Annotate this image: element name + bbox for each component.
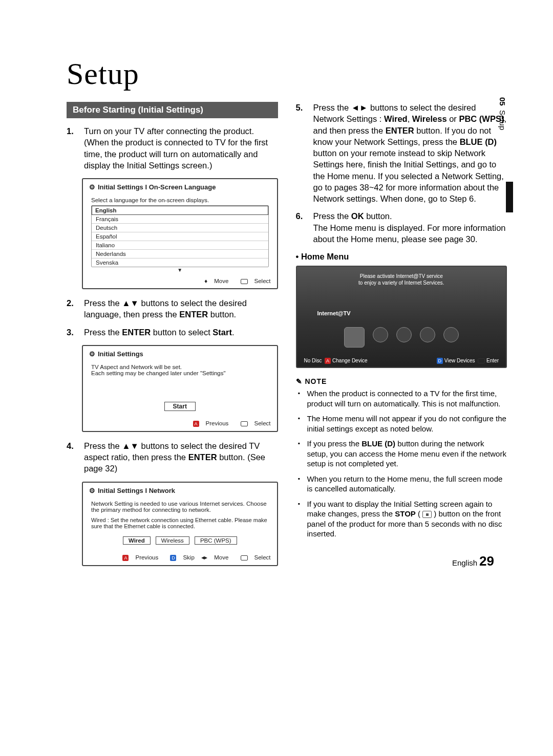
panel-net-line1: Network Setting is needed to use various… [91, 501, 269, 513]
gear-icon: ⚙ [89, 487, 95, 494]
step-4-list: Press the ▲▼ buttons to select the desir… [67, 440, 278, 474]
note-header: NOTE [296, 377, 507, 385]
no-disc: No Disc [304, 358, 322, 363]
home-icon-3[interactable] [420, 327, 435, 342]
home-top-1: Please activate Internet@TV service [304, 273, 499, 279]
foot-skip: DSkip [165, 554, 194, 560]
panel-start: ⚙Initial Settings TV Aspect and Network … [82, 345, 278, 432]
page-title: Setup [67, 56, 507, 92]
panel-lang-prompt: Select a language for the on-screen disp… [91, 197, 269, 203]
foot-previous: APrevious [117, 554, 158, 560]
left-column: Before Starting (Initial Settings) Turn … [67, 102, 278, 574]
right-column: Press the ◄► buttons to select the desir… [296, 102, 507, 574]
net-wired-button[interactable]: Wired [123, 536, 151, 545]
lang-item-svenska[interactable]: Svenska [92, 258, 268, 267]
change-device: Change Device [332, 358, 367, 363]
foot-previous: APrevious [188, 420, 229, 426]
home-icon-main[interactable] [344, 327, 365, 348]
steps-5-6: Press the ◄► buttons to select the desir… [296, 102, 507, 245]
more-indicator-icon: ▼ [91, 267, 269, 273]
foot-select: Select [236, 554, 271, 560]
panel-start-line1: TV Aspect and Network will be set. [91, 364, 269, 370]
home-icon-1[interactable] [373, 327, 388, 342]
lang-item-nederlands[interactable]: Nederlands [92, 250, 268, 258]
home-icon-4[interactable] [443, 327, 459, 342]
lang-item-english[interactable]: English [92, 206, 268, 215]
net-pbc-button[interactable]: PBC (WPS) [195, 536, 237, 545]
view-devices: View Devices [444, 358, 475, 363]
step-1: Turn on your TV after connecting the pro… [67, 125, 278, 171]
lang-item-francais[interactable]: Français [92, 215, 268, 224]
note-3: If you press the BLUE (D) button during … [307, 439, 507, 469]
panel-start-line2: Each setting may be changed later under … [91, 370, 269, 376]
step-6: Press the OK button. The Home menu is di… [296, 210, 507, 245]
stop-icon [422, 511, 432, 518]
lang-item-italiano[interactable]: Italiano [92, 241, 268, 250]
note-2: The Home menu will not appear if you do … [307, 414, 507, 434]
foot-select: Select [236, 278, 271, 284]
side-tab: 05 Setup [498, 97, 507, 130]
steps-2-3: Press the ▲▼ buttons to select the desir… [67, 297, 278, 338]
gear-icon: ⚙ [89, 183, 95, 191]
step-2: Press the ▲▼ buttons to select the desir… [67, 297, 278, 320]
gear-icon: ⚙ [89, 350, 95, 358]
panel-lang-title: Initial Settings I On-Screen Language [98, 183, 216, 191]
panel-network: ⚙Initial Settings I Network Network Sett… [82, 482, 278, 566]
step-5: Press the ◄► buttons to select the desir… [296, 102, 507, 204]
note-5: If you want to display the Initial Setti… [307, 499, 507, 539]
start-button[interactable]: Start [164, 402, 196, 411]
step-3: Press the ENTER button to select Start. [67, 327, 278, 338]
panel-net-line2: Wired : Set the network connection using… [91, 517, 269, 529]
foot-select: Select [236, 420, 271, 426]
note-4: When you return to the Home menu, the fu… [307, 474, 507, 494]
lang-item-espanol[interactable]: Español [92, 232, 268, 241]
notes-list: When the product is connected to a TV fo… [296, 388, 507, 539]
note-1: When the product is connected to a TV fo… [307, 388, 507, 408]
lang-item-deutsch[interactable]: Deutsch [92, 224, 268, 232]
page-footer: English29 [452, 553, 494, 569]
foot-move: ◂▸ Move [201, 554, 228, 560]
internet-tv-label: Internet@TV [317, 310, 351, 316]
panel-home-menu: Please activate Internet@TV service to e… [296, 266, 507, 368]
home-top-2: to enjoy a variety of Internet Services. [304, 279, 499, 286]
step-4: Press the ▲▼ buttons to select the desir… [67, 440, 278, 474]
home-menu-label: Home Menu [296, 252, 507, 262]
section-header: Before Starting (Initial Settings) [67, 102, 278, 118]
panel-start-title: Initial Settings [98, 350, 143, 358]
panel-net-title: Initial Settings I Network [98, 487, 175, 494]
thumb-tab-marker [506, 182, 513, 212]
panel-language: ⚙Initial Settings I On-Screen Language S… [82, 178, 278, 289]
enter-label: Enter [486, 358, 499, 363]
language-list: English Français Deutsch Español Italian… [91, 205, 269, 267]
home-icon-2[interactable] [396, 327, 412, 342]
foot-move: ♦ Move [204, 278, 228, 284]
steps-1-4: Turn on your TV after connecting the pro… [67, 125, 278, 171]
net-wireless-button[interactable]: Wireless [156, 536, 189, 545]
